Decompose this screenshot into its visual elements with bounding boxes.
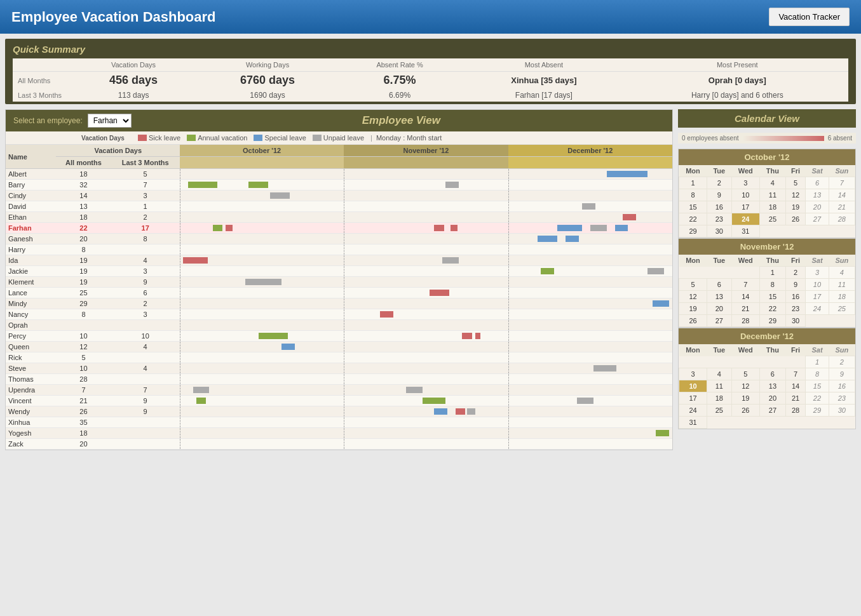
calendar-day-header: Mon: [679, 165, 707, 177]
summary-row-all-label: All Months: [13, 72, 70, 90]
calendar-day: 1: [760, 267, 786, 279]
bar-sick: [456, 408, 465, 415]
calendar-week-row: 293031: [679, 225, 855, 238]
gantt-cell: [508, 342, 672, 352]
gantt-cell: [180, 180, 344, 191]
col-dec-sub: [508, 157, 672, 169]
employee-last3-months: 10: [111, 331, 180, 342]
calendar-day: 2: [707, 177, 731, 189]
calendar-day: 28: [829, 213, 855, 225]
calendar-week-row: 1234: [679, 267, 855, 279]
calendar-month-header-0: October '12: [679, 149, 855, 165]
bar-special: [607, 171, 648, 177]
bar-sick: [462, 333, 471, 339]
calendar-day: 7: [829, 177, 855, 189]
absent-gradient: [743, 136, 824, 141]
employee-last3-months: 4: [111, 363, 180, 374]
gantt-cell: [508, 352, 672, 363]
calendar-day: [760, 356, 786, 368]
gantt-cell: [344, 363, 508, 374]
table-row: Barry327: [6, 180, 672, 191]
employee-last3-months: 9: [111, 396, 180, 406]
employee-all-months: 19: [56, 266, 111, 277]
employee-name: Barry: [6, 180, 56, 191]
calendar-week-row: 12131415161718: [679, 291, 855, 303]
calendar-day: 12: [679, 291, 707, 303]
gantt-cell: [180, 396, 344, 406]
vacation-tracker-button[interactable]: Vacation Tracker: [769, 8, 850, 26]
absent-max-label: 6 absent: [828, 135, 852, 142]
vac-days-subheader: Vacation Days: [74, 135, 132, 142]
bar-annual: [213, 225, 222, 231]
gantt-cell: [508, 331, 672, 342]
calendar-day: 31: [731, 225, 760, 238]
employee-last3-months: 5: [111, 169, 180, 180]
absent-min-label: 0 employees absent: [682, 135, 739, 142]
annual-vacation-icon: [187, 135, 196, 141]
summary-last3-vacation: 113 days: [70, 89, 197, 102]
bar-special: [557, 225, 582, 231]
employee-last3-months: 3: [111, 191, 180, 201]
table-row: Queen124: [6, 342, 672, 352]
table-row: David131: [6, 201, 672, 212]
legend-monday: | Monday : Month start: [370, 134, 442, 142]
calendar-day: [829, 315, 855, 327]
gantt-cell: [344, 298, 508, 309]
employee-all-months: 10: [56, 331, 111, 342]
calendar-day: 15: [760, 291, 786, 303]
employee-name: Upendra: [6, 385, 56, 396]
employee-all-months: 28: [56, 374, 111, 385]
gantt-cell: [344, 212, 508, 223]
calendar-month-header-1: November '12: [679, 239, 855, 255]
gantt-cell: [344, 428, 508, 439]
employee-name: David: [6, 201, 56, 212]
calendar-day: 30: [785, 315, 806, 327]
calendar-day: 21: [785, 392, 806, 405]
calendar-day: [760, 225, 786, 238]
calendar-day-header: Thu: [760, 344, 786, 356]
calendar-week-row: 12: [679, 356, 855, 368]
gantt-cell: [180, 439, 344, 450]
summary-last3-working: 1690 days: [197, 89, 338, 102]
table-row: Klement199: [6, 277, 672, 288]
employee-last3-months: [111, 244, 180, 255]
table-row: Cindy143: [6, 191, 672, 201]
calendar-day: 4: [760, 177, 786, 189]
employee-last3-months: [111, 320, 180, 331]
bar-sick: [430, 290, 449, 296]
calendar-day-header: Sun: [829, 165, 855, 177]
col-oct-sub: [180, 157, 344, 169]
employee-select[interactable]: Farhan Albert Barry: [88, 114, 132, 128]
calendar-day: 4: [707, 368, 731, 380]
employee-all-months: 7: [56, 385, 111, 396]
summary-col-empty: [13, 58, 70, 72]
employee-all-months: 18: [56, 428, 111, 439]
gantt-cell: [508, 234, 672, 244]
bar-unpaid: [442, 257, 459, 264]
table-row: Steve104: [6, 363, 672, 374]
calendar-day: 14: [785, 380, 806, 392]
calendar-day: 15: [679, 201, 707, 213]
employee-last3-months: 8: [111, 234, 180, 244]
calendar-week-row: 891011121314: [679, 189, 855, 201]
calendar-day: 8: [806, 368, 829, 380]
calendar-day-header: Tue: [707, 344, 731, 356]
calendar-day-header: Wed: [731, 165, 760, 177]
bar-annual: [259, 333, 288, 339]
col-all-months: All months: [56, 157, 111, 169]
bar-special: [434, 408, 447, 415]
calendar-day: 12: [731, 380, 760, 392]
employee-name: Steve: [6, 363, 56, 374]
col-vacation-days: Vacation Days: [56, 145, 179, 157]
summary-row-last3-label: Last 3 Months: [13, 89, 70, 102]
gantt-cell: [508, 406, 672, 417]
calendar-day: 9: [785, 279, 806, 291]
bar-unpaid: [467, 408, 475, 415]
calendar-day: 28: [731, 315, 760, 327]
summary-row-all: All Months 456 days 6760 days 6.75% Xinh…: [13, 72, 848, 90]
bar-sick: [475, 333, 480, 339]
calendar-day: [731, 267, 760, 279]
gantt-cell: [344, 191, 508, 201]
gantt-cell: [508, 201, 672, 212]
calendar-day: 6: [806, 177, 829, 189]
